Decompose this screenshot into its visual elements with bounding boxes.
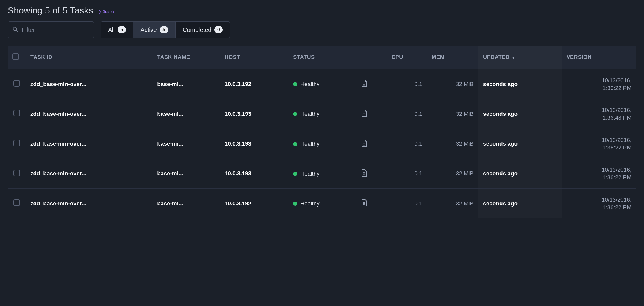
cell-task-name[interactable]: base-mi... bbox=[152, 189, 220, 218]
row-checkbox[interactable] bbox=[8, 69, 26, 99]
tab-all[interactable]: All 5 bbox=[101, 22, 133, 38]
col-status[interactable]: STATUS bbox=[288, 46, 356, 69]
status-dot-icon bbox=[293, 142, 297, 146]
col-updated[interactable]: UPDATED▼ bbox=[478, 46, 562, 69]
filter-box[interactable] bbox=[8, 21, 94, 38]
sort-desc-icon: ▼ bbox=[511, 55, 515, 60]
log-file-icon[interactable] bbox=[361, 139, 368, 147]
cell-mem: 32 MiB bbox=[427, 129, 478, 159]
cell-task-name[interactable]: base-mi... bbox=[152, 159, 220, 189]
cell-task-name[interactable]: base-mi... bbox=[152, 69, 220, 99]
cell-updated: seconds ago bbox=[478, 189, 562, 218]
cell-version: 10/13/2016,1:36:22 PM bbox=[562, 69, 636, 99]
cell-cpu: 0.1 bbox=[387, 99, 427, 129]
cell-status: Healthy bbox=[288, 159, 356, 189]
row-checkbox[interactable] bbox=[8, 189, 26, 218]
tab-label: Active bbox=[140, 26, 157, 33]
cell-task-id[interactable]: zdd_base-min-over.... bbox=[26, 99, 152, 129]
cell-host: 10.0.3.193 bbox=[220, 159, 289, 189]
cell-mem: 32 MiB bbox=[427, 189, 478, 218]
table-row[interactable]: zdd_base-min-over.... base-mi... 10.0.3.… bbox=[8, 69, 636, 99]
status-dot-icon bbox=[293, 112, 297, 116]
cell-status: Healthy bbox=[288, 189, 356, 218]
cell-mem: 32 MiB bbox=[427, 99, 478, 129]
cell-host: 10.0.3.192 bbox=[220, 69, 289, 99]
status-dot-icon bbox=[293, 172, 297, 176]
tasks-table: TASK ID TASK NAME HOST STATUS CPU MEM UP… bbox=[8, 46, 636, 218]
col-host[interactable]: HOST bbox=[220, 46, 289, 69]
cell-task-id[interactable]: zdd_base-min-over.... bbox=[26, 129, 152, 159]
tab-active[interactable]: Active 5 bbox=[133, 22, 175, 38]
svg-line-1 bbox=[16, 30, 18, 31]
cell-log[interactable] bbox=[356, 159, 387, 189]
checkbox-icon[interactable] bbox=[13, 80, 20, 87]
col-version[interactable]: VERSION bbox=[562, 46, 636, 69]
cell-updated: seconds ago bbox=[478, 129, 562, 159]
col-task-id[interactable]: TASK ID bbox=[26, 46, 152, 69]
search-icon bbox=[12, 26, 18, 34]
table-row[interactable]: zdd_base-min-over.... base-mi... 10.0.3.… bbox=[8, 189, 636, 218]
page-title: Showing 5 of 5 Tasks bbox=[8, 5, 93, 15]
cell-log[interactable] bbox=[356, 129, 387, 159]
cell-status: Healthy bbox=[288, 129, 356, 159]
table-row[interactable]: zdd_base-min-over.... base-mi... 10.0.3.… bbox=[8, 159, 636, 189]
cell-cpu: 0.1 bbox=[387, 69, 427, 99]
table-header-row: TASK ID TASK NAME HOST STATUS CPU MEM UP… bbox=[8, 46, 636, 69]
checkbox-icon[interactable] bbox=[12, 53, 19, 60]
status-dot-icon bbox=[293, 82, 297, 86]
tab-label: Completed bbox=[183, 26, 212, 33]
cell-task-id[interactable]: zdd_base-min-over.... bbox=[26, 189, 152, 218]
log-file-icon[interactable] bbox=[361, 109, 368, 117]
table-row[interactable]: zdd_base-min-over.... base-mi... 10.0.3.… bbox=[8, 129, 636, 159]
cell-task-id[interactable]: zdd_base-min-over.... bbox=[26, 159, 152, 189]
clear-link[interactable]: (Clear) bbox=[99, 9, 114, 15]
cell-host: 10.0.3.193 bbox=[220, 99, 289, 129]
col-task-name[interactable]: TASK NAME bbox=[152, 46, 220, 69]
cell-mem: 32 MiB bbox=[427, 69, 478, 99]
row-checkbox[interactable] bbox=[8, 159, 26, 189]
checkbox-icon[interactable] bbox=[13, 199, 20, 206]
cell-cpu: 0.1 bbox=[387, 189, 427, 218]
filter-tabs: All 5 Active 5 Completed 0 bbox=[101, 21, 230, 38]
cell-updated: seconds ago bbox=[478, 159, 562, 189]
cell-version: 10/13/2016,1:36:22 PM bbox=[562, 159, 636, 189]
checkbox-icon[interactable] bbox=[13, 140, 20, 146]
cell-log[interactable] bbox=[356, 189, 387, 218]
cell-task-name[interactable]: base-mi... bbox=[152, 129, 220, 159]
cell-version: 10/13/2016,1:36:48 PM bbox=[562, 99, 636, 129]
log-file-icon[interactable] bbox=[361, 199, 368, 207]
col-mem[interactable]: MEM bbox=[427, 46, 478, 69]
cell-version: 10/13/2016,1:36:22 PM bbox=[562, 129, 636, 159]
cell-status: Healthy bbox=[288, 69, 356, 99]
row-checkbox[interactable] bbox=[8, 99, 26, 129]
tab-label: All bbox=[108, 26, 115, 33]
log-file-icon[interactable] bbox=[361, 169, 368, 177]
controls-row: All 5 Active 5 Completed 0 bbox=[8, 21, 636, 38]
cell-task-name[interactable]: base-mi... bbox=[152, 99, 220, 129]
cell-task-id[interactable]: zdd_base-min-over.... bbox=[26, 69, 152, 99]
cell-updated: seconds ago bbox=[478, 69, 562, 99]
cell-host: 10.0.3.192 bbox=[220, 189, 289, 218]
cell-log[interactable] bbox=[356, 99, 387, 129]
checkbox-icon[interactable] bbox=[13, 110, 20, 116]
tab-count: 5 bbox=[118, 26, 126, 33]
cell-log[interactable] bbox=[356, 69, 387, 99]
table-row[interactable]: zdd_base-min-over.... base-mi... 10.0.3.… bbox=[8, 99, 636, 129]
cell-version: 10/13/2016,1:36:22 PM bbox=[562, 189, 636, 218]
cell-mem: 32 MiB bbox=[427, 159, 478, 189]
tab-count: 5 bbox=[160, 26, 168, 33]
row-checkbox[interactable] bbox=[8, 129, 26, 159]
cell-status: Healthy bbox=[288, 99, 356, 129]
cell-updated: seconds ago bbox=[478, 99, 562, 129]
log-file-icon[interactable] bbox=[361, 79, 368, 87]
col-log bbox=[356, 46, 387, 69]
col-select-all[interactable] bbox=[8, 46, 26, 69]
tab-completed[interactable]: Completed 0 bbox=[175, 22, 230, 38]
status-dot-icon bbox=[293, 202, 297, 206]
tab-count: 0 bbox=[214, 26, 223, 33]
col-cpu[interactable]: CPU bbox=[387, 46, 427, 69]
cell-host: 10.0.3.193 bbox=[220, 129, 289, 159]
cell-cpu: 0.1 bbox=[387, 129, 427, 159]
filter-input[interactable] bbox=[21, 26, 98, 34]
checkbox-icon[interactable] bbox=[13, 170, 20, 176]
